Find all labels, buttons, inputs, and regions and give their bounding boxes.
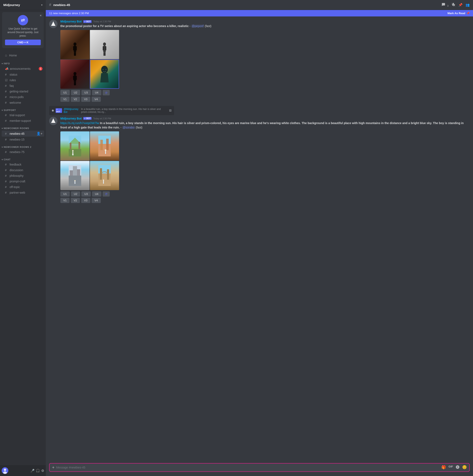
channel-feedback[interactable]: # feedback xyxy=(2,162,44,167)
channel-list: ⌂ Home INFO 📣 announcements 1 # status ☑… xyxy=(0,50,46,465)
quick-switcher-shortcut[interactable]: CMD + K xyxy=(5,40,41,45)
channel-rules[interactable]: ☑ rules xyxy=(2,77,44,83)
thread-icon[interactable]: 3 xyxy=(441,2,448,7)
svg-rect-34 xyxy=(70,143,71,149)
channel-newbies-75[interactable]: # newbies-75 xyxy=(2,149,44,155)
svg-rect-57 xyxy=(107,169,109,180)
tv-image-2[interactable] xyxy=(90,30,119,59)
quick-switcher-close[interactable]: × xyxy=(40,14,42,17)
channel-newbies-45[interactable]: # newbies-45 👤+ xyxy=(2,131,44,136)
mark-as-read-button[interactable]: Mark As Read 📌 xyxy=(448,12,470,15)
emoji-icon[interactable]: 😊 xyxy=(462,465,467,470)
members-icon[interactable]: 👥 xyxy=(466,3,470,7)
channel-trial-support[interactable]: # trial-support xyxy=(2,112,44,118)
discussion-icon: # xyxy=(5,169,8,172)
v2-button-msg2[interactable]: V2 xyxy=(71,198,80,203)
channel-newbies-15[interactable]: # newbies-15 xyxy=(2,137,44,142)
mute-icon[interactable]: 🎤 xyxy=(30,469,34,473)
message-1-actions-row1: U1 U2 U3 U4 xyxy=(60,90,470,95)
v3-button-msg2[interactable]: V3 xyxy=(81,198,90,203)
bot-avatar-1 xyxy=(49,20,57,28)
u1-button-msg2[interactable]: U1 xyxy=(60,191,70,197)
channel-member-support[interactable]: # member-support xyxy=(2,118,44,123)
channel-off-topic[interactable]: # off-topic xyxy=(2,184,44,190)
mute-channel-icon[interactable] xyxy=(451,2,456,7)
category-support[interactable]: SUPPORT xyxy=(0,105,46,112)
castle-image-4[interactable] xyxy=(90,161,119,190)
headset-icon[interactable]: 🎧 xyxy=(36,469,40,473)
channel-announcements-label: announcements xyxy=(10,67,37,70)
sidebar-home[interactable]: ⌂ Home xyxy=(2,52,44,58)
svg-rect-17 xyxy=(103,52,104,56)
rules-icon: ☑ xyxy=(5,79,8,82)
gift-icon[interactable]: 🎁 xyxy=(441,465,446,470)
user-avatar[interactable] xyxy=(2,467,8,474)
channel-rules-label: rules xyxy=(10,79,42,82)
svg-rect-38 xyxy=(72,151,73,154)
svg-rect-42 xyxy=(98,144,111,156)
message-2-time: Today at 2:30 PM xyxy=(93,117,111,120)
thread-count: 3 xyxy=(447,5,448,7)
message-2-link[interactable]: https://s.mj.run/h7vvepOW7lw xyxy=(60,121,99,125)
u4-button-msg1[interactable]: U4 xyxy=(92,90,101,95)
announcements-icon: 📣 xyxy=(5,67,9,70)
channel-announcements[interactable]: 📣 announcements 1 xyxy=(2,66,44,72)
v4-button-msg1[interactable]: V4 xyxy=(92,97,101,102)
v3-button-msg1[interactable]: V3 xyxy=(81,97,90,102)
castle-image-3[interactable] xyxy=(60,161,89,190)
refresh-button-msg2[interactable] xyxy=(103,191,110,197)
footer-controls: 🎤 🎧 ⚙ xyxy=(30,469,44,473)
channel-philosophy[interactable]: # philosophy xyxy=(2,173,44,178)
settings-icon[interactable]: ⚙ xyxy=(41,469,44,473)
svg-rect-24 xyxy=(75,82,76,85)
channel-getting-started[interactable]: # getting-started xyxy=(2,89,44,94)
channel-discussion[interactable]: # discussion xyxy=(2,167,44,173)
svg-point-58 xyxy=(103,180,104,181)
svg-rect-53 xyxy=(75,181,75,184)
server-header[interactable]: Midjourney ▾ xyxy=(0,0,46,10)
channel-hash-icon: # xyxy=(49,3,51,7)
v2-button-msg1[interactable]: V2 xyxy=(71,97,80,102)
v1-button-msg2[interactable]: V1 xyxy=(60,198,69,203)
channel-status-label: status xyxy=(10,73,42,76)
channel-prompt-craft-label: prompt-craft xyxy=(10,180,42,183)
castle-image-2[interactable] xyxy=(90,131,119,161)
pin-icon[interactable]: 📌 xyxy=(458,3,463,7)
category-chat[interactable]: CHAT xyxy=(0,155,46,162)
channel-partner-web[interactable]: # partner-web xyxy=(2,190,44,195)
v4-button-msg2[interactable]: V4 xyxy=(92,198,101,203)
channel-welcome[interactable]: # welcome xyxy=(2,100,44,105)
channel-faq[interactable]: # faq xyxy=(2,83,44,88)
category-newcomer-rooms[interactable]: NEWCOMER ROOMS xyxy=(0,124,46,130)
message-plus-button[interactable]: + xyxy=(52,465,54,470)
message-input[interactable] xyxy=(56,463,440,471)
castle-image-1[interactable] xyxy=(60,131,89,161)
quick-switcher-description: Use Quick Switcher to get around Discord… xyxy=(5,27,41,37)
refresh-button-msg1[interactable] xyxy=(103,90,110,95)
add-member-icon[interactable]: 👤+ xyxy=(36,132,42,136)
u2-button-msg1[interactable]: U2 xyxy=(71,90,80,95)
gif-icon[interactable]: GIF xyxy=(448,465,453,470)
micro-polls-icon: # xyxy=(5,95,8,99)
u1-button-msg1[interactable]: U1 xyxy=(60,90,70,95)
new-messages-banner: 11 new messages since 2:30 PM Mark As Re… xyxy=(46,10,473,17)
tv-image-3[interactable] xyxy=(60,60,89,89)
notif-bot-badge: ✓ BOT xyxy=(56,108,62,113)
svg-point-2 xyxy=(3,471,7,474)
category-newcomer-rooms-2[interactable]: NEWCOMER ROOMS 2 xyxy=(0,142,46,149)
u2-button-msg2[interactable]: U2 xyxy=(71,191,80,197)
tv-image-1[interactable] xyxy=(60,30,89,59)
tv-image-4[interactable] xyxy=(90,60,119,89)
channel-prompt-craft[interactable]: # prompt-craft xyxy=(2,179,44,184)
svg-rect-12 xyxy=(75,52,76,56)
channel-newbies-45-label: newbies-45 xyxy=(10,132,35,135)
v1-button-msg1[interactable]: V1 xyxy=(60,97,69,102)
channel-micro-polls[interactable]: # micro-polls xyxy=(2,94,44,100)
category-info[interactable]: INFO xyxy=(0,59,46,66)
u3-button-msg1[interactable]: U3 xyxy=(81,90,91,95)
sticker-icon[interactable] xyxy=(456,465,460,470)
newbies-45-icon: # xyxy=(5,132,8,135)
channel-status[interactable]: # status xyxy=(2,72,44,77)
u4-button-msg2[interactable]: U4 xyxy=(92,191,101,197)
u3-button-msg2[interactable]: U3 xyxy=(81,191,91,197)
